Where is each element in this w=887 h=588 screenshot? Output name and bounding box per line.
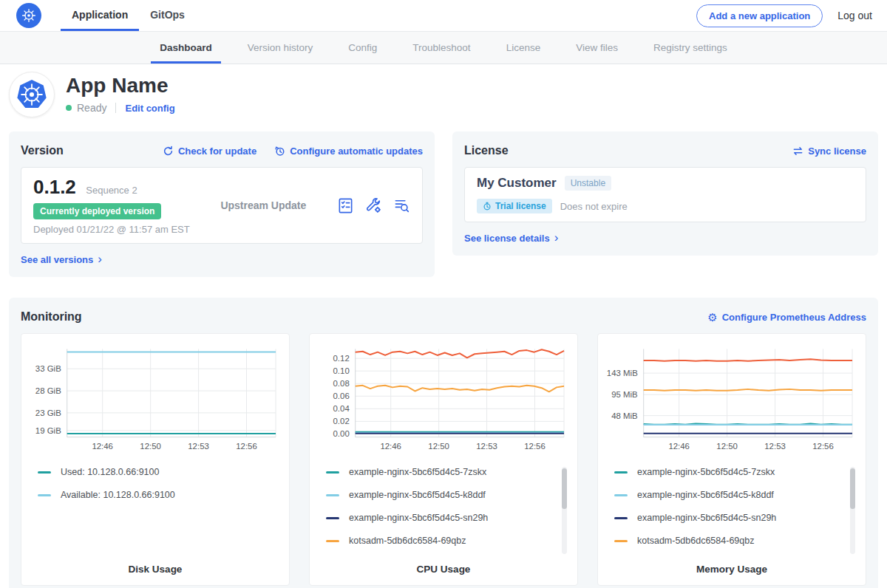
series-line-kotsadm-5db6dc6584-69qbz — [644, 389, 852, 391]
svg-text:95 MiB: 95 MiB — [611, 390, 638, 399]
app-header: App Name Ready Edit config — [0, 64, 887, 131]
edit-config-link[interactable]: Edit config — [125, 103, 174, 114]
page-title: App Name — [66, 74, 175, 98]
svg-text:0.04: 0.04 — [333, 404, 350, 413]
svg-text:12:46: 12:46 — [92, 442, 113, 451]
disk-usage-plot: 19 GiB23 GiB28 GiB33 GiB12:4612:5012:531… — [30, 343, 280, 455]
subnav-tab-config[interactable]: Config — [339, 32, 386, 64]
divider — [115, 103, 116, 113]
kubernetes-logo-icon — [16, 3, 41, 28]
svg-text:0.00: 0.00 — [333, 429, 350, 438]
add-application-button[interactable]: Add a new application — [696, 4, 823, 27]
cpu-usage-legend: example-nginx-5bc6f5d4c5-7zskxexample-ng… — [319, 467, 568, 564]
legend-swatch — [326, 471, 339, 474]
subnav-tab-license[interactable]: License — [497, 32, 550, 64]
see-all-versions-link[interactable]: See all versions › — [21, 253, 102, 266]
legend-label: example-nginx-5bc6f5d4c5-7zskx — [349, 467, 486, 477]
legend-label: kotsadm-5db6dc6584-69qbz — [637, 536, 754, 546]
memory-usage-chart: 48 MiB95 MiB143 MiB12:4612:5012:5312:56e… — [597, 333, 866, 586]
logout-link[interactable]: Log out — [837, 10, 872, 21]
see-license-details-label: See license details — [464, 233, 550, 244]
svg-text:19 GiB: 19 GiB — [35, 426, 61, 435]
trial-license-label: Trial license — [495, 201, 546, 211]
refresh-icon — [163, 146, 174, 157]
monitoring-title: Monitoring — [21, 310, 82, 324]
sync-license-link[interactable]: Sync license — [792, 146, 866, 157]
configure-prometheus-link[interactable]: ⚙ Configure Prometheus Address — [707, 312, 866, 323]
memory-usage-legend: example-nginx-5bc6f5d4c5-7zskxexample-ng… — [607, 467, 857, 564]
legend-item: kotsadm-5db6dc6584-69qbz — [614, 536, 857, 546]
kubernetes-app-logo-icon — [15, 78, 49, 112]
topnav-tab-application[interactable]: Application — [61, 0, 139, 31]
version-card-title: Version — [21, 144, 64, 157]
svg-text:12:53: 12:53 — [476, 442, 497, 451]
series-line-kotsadm-5db6dc6584-69qbz — [356, 386, 564, 392]
legend-label: example-nginx-5bc6f5d4c5-sn29h — [637, 513, 776, 523]
legend-scrollbar-track[interactable] — [562, 467, 567, 554]
subnav-tab-troubleshoot[interactable]: Troubleshoot — [404, 32, 479, 64]
svg-text:23 GiB: 23 GiB — [35, 408, 61, 417]
see-license-details-link[interactable]: See license details › — [464, 232, 558, 245]
svg-text:12:50: 12:50 — [140, 442, 161, 451]
svg-text:33 GiB: 33 GiB — [35, 364, 61, 373]
legend-item: example-nginx-5bc6f5d4c5-7zskx — [614, 467, 857, 477]
channel-badge: Unstable — [565, 176, 611, 191]
deploy-logs-icon[interactable] — [393, 197, 410, 214]
version-card: Version Check for update Configure au — [9, 131, 435, 277]
chevron-right-icon: › — [98, 253, 102, 265]
clock-refresh-icon — [274, 146, 285, 157]
status-label: Ready — [77, 102, 106, 114]
customer-name: My Customer — [477, 176, 557, 191]
configure-automatic-updates-link[interactable]: Configure automatic updates — [274, 146, 423, 157]
svg-text:12:46: 12:46 — [668, 442, 690, 451]
ready-status-dot — [66, 105, 72, 111]
legend-label: Used: 10.128.0.66:9100 — [61, 467, 159, 477]
legend-item: Used: 10.128.0.66:9100 — [38, 467, 280, 477]
legend-label: example-nginx-5bc6f5d4c5-7zskx — [637, 467, 775, 477]
deployed-timestamp: Deployed 01/21/22 @ 11:57 am EST — [33, 224, 190, 235]
topnav-tab-gitops[interactable]: GitOps — [139, 0, 196, 31]
legend-label: example-nginx-5bc6f5d4c5-k8ddf — [637, 490, 774, 500]
sync-license-label: Sync license — [808, 146, 866, 157]
configure-automatic-updates-label: Configure automatic updates — [290, 146, 423, 157]
legend-scrollbar-track[interactable] — [850, 467, 855, 554]
sync-arrows-icon — [792, 146, 803, 157]
preflight-checks-icon[interactable] — [337, 197, 354, 214]
see-all-versions-label: See all versions — [21, 254, 93, 265]
check-for-update-link[interactable]: Check for update — [163, 146, 256, 157]
cpu-usage-chart: 0.000.020.040.060.080.100.1212:4612:5012… — [309, 333, 578, 586]
legend-scrollbar-thumb[interactable] — [850, 468, 855, 509]
legend-swatch — [614, 517, 628, 519]
svg-text:12:50: 12:50 — [716, 442, 738, 451]
svg-text:12:56: 12:56 — [812, 442, 834, 451]
svg-text:48 MiB: 48 MiB — [611, 411, 638, 420]
legend-label: example-nginx-5bc6f5d4c5-k8ddf — [349, 490, 486, 500]
legend-scrollbar-thumb[interactable] — [562, 468, 567, 509]
svg-text:12:50: 12:50 — [428, 442, 449, 451]
svg-text:0.10: 0.10 — [333, 366, 350, 375]
svg-text:0.12: 0.12 — [333, 354, 350, 363]
topnav-tabs: ApplicationGitOps — [61, 0, 196, 31]
legend-item: example-nginx-5bc6f5d4c5-sn29h — [326, 513, 568, 523]
config-wrench-icon[interactable] — [365, 197, 382, 214]
legend-swatch — [326, 517, 339, 519]
expiry-label: Does not expire — [560, 201, 628, 212]
disk-usage-title: Disk Usage — [30, 564, 280, 578]
subnav-tab-version-history[interactable]: Version history — [239, 32, 322, 64]
configure-prometheus-label: Configure Prometheus Address — [722, 312, 866, 323]
subnav-tab-view-files[interactable]: View files — [567, 32, 627, 64]
svg-text:28 GiB: 28 GiB — [35, 386, 61, 395]
svg-text:0.08: 0.08 — [333, 379, 350, 388]
svg-text:12:56: 12:56 — [236, 442, 257, 451]
subnav-tab-dashboard[interactable]: Dashboard — [151, 32, 221, 64]
top-navigation: ApplicationGitOps Add a new application … — [0, 0, 887, 31]
svg-text:143 MiB: 143 MiB — [607, 369, 638, 377]
subnav-tab-registry-settings[interactable]: Registry settings — [645, 32, 736, 64]
check-for-update-label: Check for update — [178, 146, 256, 157]
series-line-unlabeled — [356, 349, 564, 358]
license-summary-box: My Customer Unstable Trial license Does … — [464, 167, 866, 222]
app-sub-navigation: DashboardVersion historyConfigTroublesho… — [0, 31, 887, 64]
legend-swatch — [614, 540, 628, 542]
legend-label: example-nginx-5bc6f5d4c5-sn29h — [349, 513, 488, 523]
cpu-usage-title: CPU Usage — [319, 564, 568, 578]
